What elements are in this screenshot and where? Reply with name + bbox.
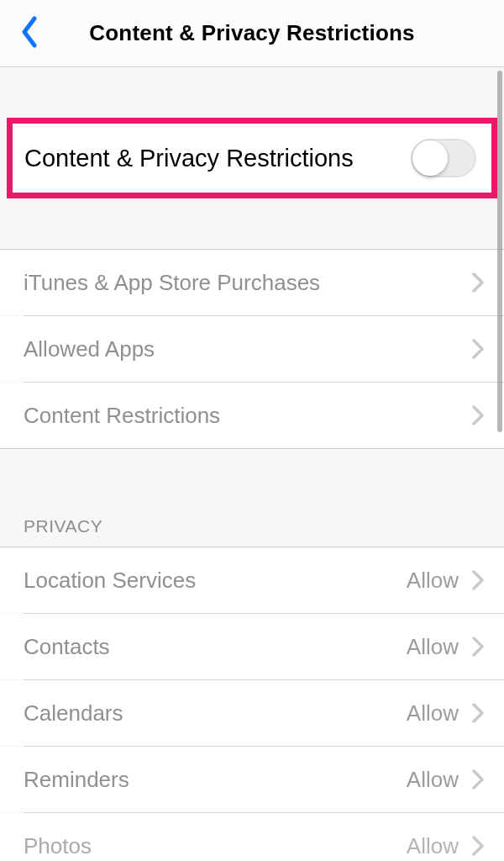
row-value: Allow — [407, 700, 459, 726]
chevron-right-icon — [472, 272, 484, 293]
row-value: Allow — [407, 833, 459, 859]
chevron-left-icon — [20, 16, 39, 51]
row-itunes-appstore[interactable]: iTunes & App Store Purchases — [0, 250, 504, 315]
nav-bar: Content & Privacy Restrictions — [0, 0, 504, 67]
chevron-right-icon — [472, 339, 484, 359]
row-label: Content Restrictions — [24, 403, 472, 429]
row-value: Allow — [407, 767, 459, 793]
chevron-right-icon — [472, 769, 484, 790]
toggle-row-content-privacy[interactable]: Content & Privacy Restrictions — [13, 124, 491, 193]
row-label: Reminders — [24, 767, 407, 793]
toggle-knob — [412, 140, 448, 176]
row-label: Contacts — [24, 634, 407, 660]
back-button[interactable] — [8, 0, 50, 67]
row-location-services[interactable]: Location Services Allow — [0, 547, 504, 613]
row-value: Allow — [407, 568, 459, 594]
row-calendars[interactable]: Calendars Allow — [0, 680, 504, 746]
chevron-right-icon — [472, 405, 484, 425]
chevron-right-icon — [472, 570, 484, 590]
row-label: iTunes & App Store Purchases — [24, 270, 472, 296]
chevron-right-icon — [472, 637, 484, 657]
chevron-right-icon — [472, 703, 484, 723]
row-contacts[interactable]: Contacts Allow — [0, 614, 504, 679]
section-header-privacy: PRIVACY — [0, 516, 504, 547]
chevron-right-icon — [472, 836, 484, 856]
row-label: Calendars — [24, 700, 407, 726]
row-value: Allow — [407, 634, 459, 660]
row-reminders[interactable]: Reminders Allow — [0, 747, 504, 812]
row-label: Allowed Apps — [24, 336, 472, 362]
row-photos[interactable]: Photos Allow — [0, 813, 504, 861]
row-content-restrictions[interactable]: Content Restrictions — [0, 383, 504, 448]
row-label: Photos — [24, 833, 407, 859]
row-allowed-apps[interactable]: Allowed Apps — [0, 316, 504, 382]
highlight-box: Content & Privacy Restrictions — [7, 118, 497, 198]
row-label: Location Services — [24, 568, 407, 594]
page-title: Content & Privacy Restrictions — [0, 20, 504, 46]
toggle-label: Content & Privacy Restrictions — [24, 145, 411, 172]
toggle-switch[interactable] — [411, 139, 476, 177]
scroll-indicator[interactable] — [497, 71, 502, 432]
